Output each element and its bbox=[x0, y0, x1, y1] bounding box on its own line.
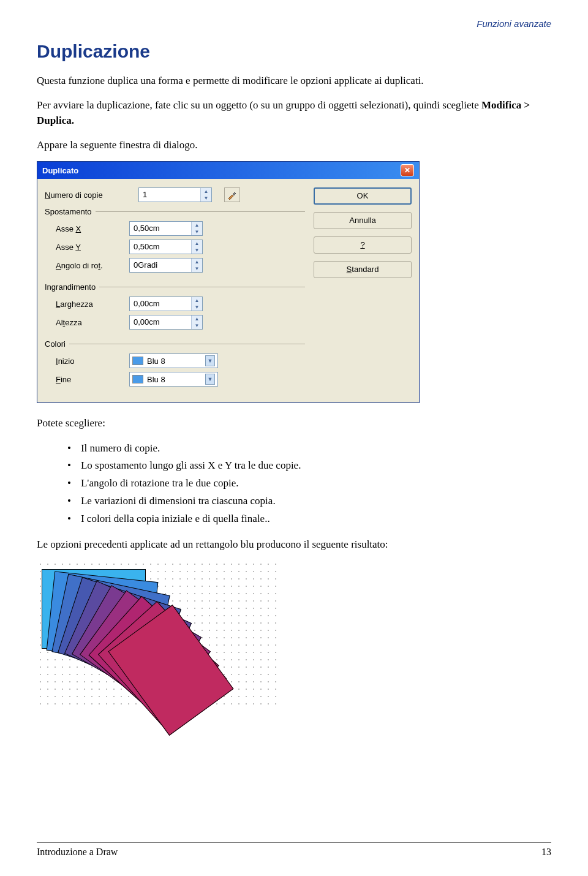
group-ingrandimento: Ingrandimento Larghezza 0,00cm ▲▼ Altezz… bbox=[45, 282, 305, 334]
intro-para-2: Per avviare la duplicazione, fate clic s… bbox=[37, 97, 551, 129]
options-list: Il numero di copie. Lo spostamento lungo… bbox=[67, 440, 551, 528]
group-spostamento: Spostamento Asse X 0,50cm ▲▼ Asse Y 0,50… bbox=[45, 207, 305, 278]
chevron-down-icon[interactable]: ▼ bbox=[205, 355, 215, 366]
section-title: Duplicazione bbox=[37, 41, 551, 62]
altezza-value: 0,00cm bbox=[130, 315, 191, 329]
help-button[interactable]: ? bbox=[314, 236, 412, 254]
intro-para-2a: Per avviare la duplicazione, fate clic s… bbox=[37, 99, 481, 111]
footer-left: Introduzione a Draw bbox=[37, 847, 118, 858]
copies-value: 1 bbox=[139, 188, 200, 202]
field-row-copies: Numero di copie 1 ▲▼ bbox=[45, 187, 305, 202]
fine-select[interactable]: Blu 8 ▼ bbox=[129, 372, 218, 387]
spinner-icon[interactable]: ▲▼ bbox=[191, 297, 202, 311]
page-footer: Introduzione a Draw 13 bbox=[37, 842, 551, 858]
list-item: L'angolo di rotazione tra le due copie. bbox=[67, 475, 551, 493]
ok-button[interactable]: OK bbox=[314, 187, 412, 205]
eyedropper-icon[interactable] bbox=[224, 187, 240, 202]
spinner-icon[interactable]: ▲▼ bbox=[191, 222, 202, 235]
inizio-value: Blu 8 bbox=[147, 357, 202, 366]
larghezza-input[interactable]: 0,00cm ▲▼ bbox=[129, 296, 203, 311]
intro-para-1: Questa funzione duplica una forma e perm… bbox=[37, 73, 551, 89]
group-colori-label: Colori bbox=[45, 339, 69, 349]
list-item: Lo spostamento lungo gli assi X e Y tra … bbox=[67, 457, 551, 475]
page-header-right: Funzioni avanzate bbox=[37, 18, 551, 29]
larghezza-value: 0,00cm bbox=[130, 297, 191, 311]
color-swatch-fine bbox=[132, 375, 143, 383]
list-item: Le variazioni di dimensioni tra ciascuna… bbox=[67, 493, 551, 510]
inizio-select[interactable]: Blu 8 ▼ bbox=[129, 353, 218, 368]
dialog-title: Duplicato bbox=[42, 166, 78, 175]
copies-label-rest: umero di copie bbox=[50, 191, 102, 200]
angolo-value: 0Gradi bbox=[130, 259, 191, 272]
closing-para: Le opzioni precedenti applicate ad un re… bbox=[37, 537, 551, 553]
group-colori: Colori Inizio Blu 8 ▼ Fine Blu 8 ▼ bbox=[45, 339, 305, 391]
result-figure bbox=[37, 561, 282, 708]
standard-button[interactable]: Standard bbox=[314, 261, 412, 278]
close-icon[interactable]: ✕ bbox=[401, 164, 414, 176]
color-swatch-inizio bbox=[132, 357, 143, 365]
spinner-icon[interactable]: ▲▼ bbox=[200, 188, 211, 202]
spinner-icon[interactable]: ▲▼ bbox=[191, 315, 202, 329]
altezza-input[interactable]: 0,00cm ▲▼ bbox=[129, 315, 203, 330]
group-ingrandimento-label: Ingrandimento bbox=[45, 282, 99, 292]
cancel-button[interactable]: Annulla bbox=[314, 212, 412, 229]
asse-x-input[interactable]: 0,50cm ▲▼ bbox=[129, 221, 203, 236]
list-item: Il numero di copie. bbox=[67, 440, 551, 458]
asse-y-value: 0,50cm bbox=[130, 240, 191, 254]
spinner-icon[interactable]: ▲▼ bbox=[191, 259, 202, 272]
spinner-icon[interactable]: ▲▼ bbox=[191, 240, 202, 254]
intro-para-3: Appare la seguente finestra di dialogo. bbox=[37, 137, 551, 153]
dialog-titlebar: Duplicato ✕ bbox=[37, 162, 419, 179]
asse-y-input[interactable]: 0,50cm ▲▼ bbox=[129, 240, 203, 254]
chevron-down-icon[interactable]: ▼ bbox=[205, 374, 215, 385]
duplicate-dialog: Duplicato ✕ Numero di copie 1 ▲▼ Spostam… bbox=[37, 161, 420, 403]
after-lead: Potete scegliere: bbox=[37, 415, 551, 431]
list-item: I colori della copia iniziale e di quell… bbox=[67, 510, 551, 528]
copies-input[interactable]: 1 ▲▼ bbox=[138, 187, 212, 202]
group-spostamento-label: Spostamento bbox=[45, 207, 96, 216]
fine-value: Blu 8 bbox=[147, 375, 202, 384]
asse-x-value: 0,50cm bbox=[130, 222, 191, 235]
footer-page: 13 bbox=[541, 847, 551, 858]
angolo-input[interactable]: 0Gradi ▲▼ bbox=[129, 258, 203, 273]
